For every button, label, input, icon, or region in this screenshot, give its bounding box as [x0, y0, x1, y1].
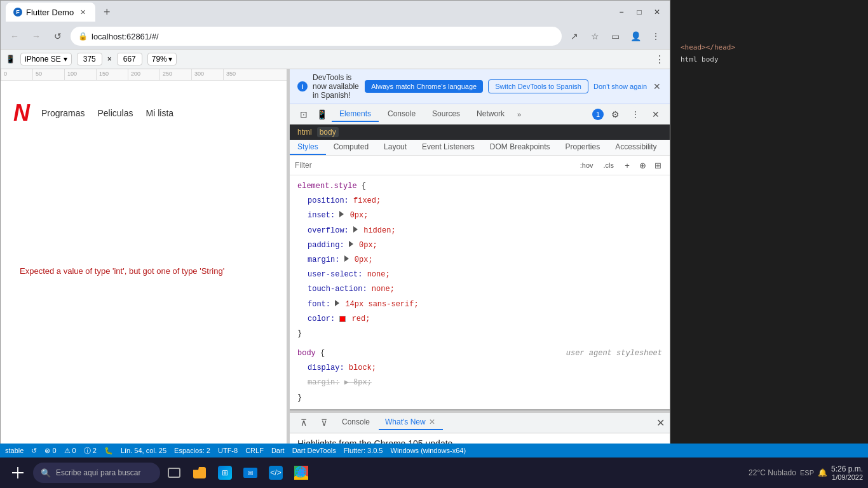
- nav-programas[interactable]: Programas: [41, 108, 85, 118]
- add-style-rule-button[interactable]: +: [620, 158, 634, 172]
- window-close-button[interactable]: ✕: [649, 4, 665, 20]
- inspector-tools: ⊡ 📱: [295, 105, 330, 123]
- devtools-more-button[interactable]: ⋮: [627, 105, 644, 123]
- filter-pseudo-button[interactable]: :hov: [576, 160, 597, 170]
- back-button[interactable]: ←: [6, 27, 24, 45]
- tab-console[interactable]: Console: [380, 107, 423, 122]
- notification-badge: 1: [592, 109, 604, 120]
- chrome-button[interactable]: 🌐: [290, 461, 313, 484]
- inspect-element-button[interactable]: ⊡: [295, 105, 313, 123]
- ruler-tick-200: 200: [128, 69, 159, 80]
- window-minimize-button[interactable]: −: [614, 4, 629, 20]
- bottom-tab-whats-new[interactable]: What's New ✕: [379, 415, 443, 430]
- css-comment-user-agent: user agent stylesheet: [566, 348, 662, 360]
- device-toolbar-more-icon[interactable]: ⋮: [654, 53, 665, 65]
- dismiss-button[interactable]: Don't show again: [593, 83, 647, 90]
- breadcrumb-body[interactable]: body: [317, 127, 339, 137]
- match-language-button[interactable]: Always match Chrome's language: [365, 80, 483, 93]
- filter-input[interactable]: [295, 161, 574, 170]
- bottom-panel-expand-button[interactable]: ⊼: [295, 414, 313, 431]
- device-name: iPhone SE: [25, 55, 61, 64]
- color-swatch-red[interactable]: [339, 316, 346, 322]
- css-property-overflow: overflow: hidden;: [290, 224, 670, 238]
- switch-spanish-button[interactable]: Switch DevTools to Spanish: [488, 79, 588, 93]
- taskbar-keyboard-layout: ESP: [800, 469, 814, 477]
- status-warnings: ⚠ 0: [64, 447, 76, 455]
- toggle-css-class-button[interactable]: ⊞: [651, 158, 665, 172]
- devtools-close-button[interactable]: ✕: [647, 105, 665, 123]
- ruler-tick-250: 250: [159, 69, 191, 80]
- share-button[interactable]: ↗: [566, 27, 583, 45]
- task-view-icon: [168, 468, 180, 478]
- zoom-value: 79%: [152, 55, 167, 64]
- notification-icons: 🔔: [818, 468, 827, 477]
- zoom-selector[interactable]: 79% ▾: [147, 53, 177, 65]
- taskbar-search[interactable]: 🔍 Escribe aquí para buscar: [33, 463, 160, 483]
- vscode-button[interactable]: </>: [264, 461, 287, 484]
- tab-close-button[interactable]: ✕: [78, 7, 88, 17]
- task-view-button[interactable]: [163, 461, 186, 484]
- flutter-app: N Programas Peliculas Mi lista Expected …: [1, 81, 287, 452]
- styles-tab-accessibility[interactable]: Accessibility: [607, 140, 664, 155]
- filter-cls-button[interactable]: .cls: [600, 160, 618, 170]
- status-debug: 🐛: [104, 447, 113, 455]
- height-input[interactable]: [117, 53, 142, 65]
- forward-button[interactable]: →: [27, 27, 45, 45]
- lock-icon: 🔒: [78, 32, 88, 41]
- status-position: Lín. 54, col. 25: [121, 447, 166, 454]
- file-explorer-button[interactable]: [188, 461, 211, 484]
- flutter-error: Expected a value of type 'int', but got …: [13, 260, 274, 282]
- device-icon: 📱: [6, 55, 15, 64]
- time-display: 5:26 p.m.: [831, 464, 863, 473]
- start-button[interactable]: [5, 460, 31, 485]
- css-property-user-select: user-select: none;: [290, 268, 670, 282]
- device-selector[interactable]: iPhone SE ▾: [20, 53, 72, 65]
- reload-button[interactable]: ↺: [49, 27, 67, 45]
- dimension-separator: ×: [107, 55, 112, 64]
- styles-tab-styles[interactable]: Styles: [290, 140, 326, 155]
- info-banner-close-button[interactable]: ✕: [652, 80, 662, 93]
- nav-peliculas[interactable]: Peliculas: [97, 108, 133, 118]
- mail-button[interactable]: ✉: [239, 461, 262, 484]
- css-area[interactable]: element.style { position: fixed; inset: …: [290, 175, 670, 409]
- taskbar-search-placeholder: Escribe aquí para buscar: [56, 468, 140, 477]
- css-rule-element-style-close: }: [290, 327, 670, 341]
- bottom-panel-close-button[interactable]: ✕: [656, 417, 665, 429]
- styles-tab-event-listeners[interactable]: Event Listeners: [414, 140, 482, 155]
- breadcrumb-html[interactable]: html: [297, 128, 312, 137]
- styles-tab-dom-breakpoints[interactable]: DOM Breakpoints: [482, 140, 558, 155]
- whats-new-close-button[interactable]: ✕: [428, 417, 437, 426]
- window-restore-button[interactable]: □: [632, 4, 647, 20]
- css-selector-body: body: [297, 349, 316, 358]
- bookmark-button[interactable]: ☆: [586, 27, 604, 45]
- styles-tab-layout[interactable]: Layout: [376, 140, 414, 155]
- microsoft-store-button[interactable]: ⊞: [214, 461, 236, 484]
- new-tab-button[interactable]: +: [98, 3, 116, 21]
- bottom-tab-console[interactable]: Console: [336, 415, 376, 430]
- styles-tabs: Styles Computed Layout Event Listeners D…: [290, 140, 670, 156]
- url-bar[interactable]: 🔒 localhost:62861/#/: [71, 27, 562, 46]
- info-icon: i: [297, 81, 308, 92]
- device-mode-button[interactable]: 📱: [313, 105, 330, 123]
- css-property-padding: padding: 0px;: [290, 238, 670, 253]
- nav-mi-lista[interactable]: Mi lista: [146, 108, 174, 118]
- bottom-panel-collapse-button[interactable]: ⊽: [315, 414, 333, 431]
- menu-button[interactable]: ⋮: [647, 27, 665, 45]
- zoom-dropdown-icon: ▾: [168, 55, 172, 64]
- ruler-tick-50: 50: [32, 69, 64, 80]
- tab-elements[interactable]: Elements: [332, 107, 379, 122]
- new-style-rule-button[interactable]: ⊕: [635, 158, 649, 172]
- styles-tab-computed[interactable]: Computed: [326, 140, 376, 155]
- tab-sources[interactable]: Sources: [424, 107, 468, 122]
- width-input[interactable]: [77, 53, 102, 65]
- status-flutter: Flutter: 3.0.5: [344, 447, 383, 454]
- styles-tab-properties[interactable]: Properties: [558, 140, 608, 155]
- status-devtools: Dart DevTools: [292, 447, 336, 454]
- more-tabs-button[interactable]: »: [513, 108, 525, 121]
- devtools-settings-button[interactable]: ⚙: [606, 105, 624, 123]
- taskbar-icons: ⊞ ✉ </> 🌐: [163, 461, 313, 484]
- profile-button[interactable]: 👤: [627, 27, 644, 45]
- tab-network[interactable]: Network: [469, 107, 512, 122]
- browser-tab[interactable]: F Flutter Demo ✕: [6, 3, 95, 22]
- cast-button[interactable]: ▭: [606, 27, 624, 45]
